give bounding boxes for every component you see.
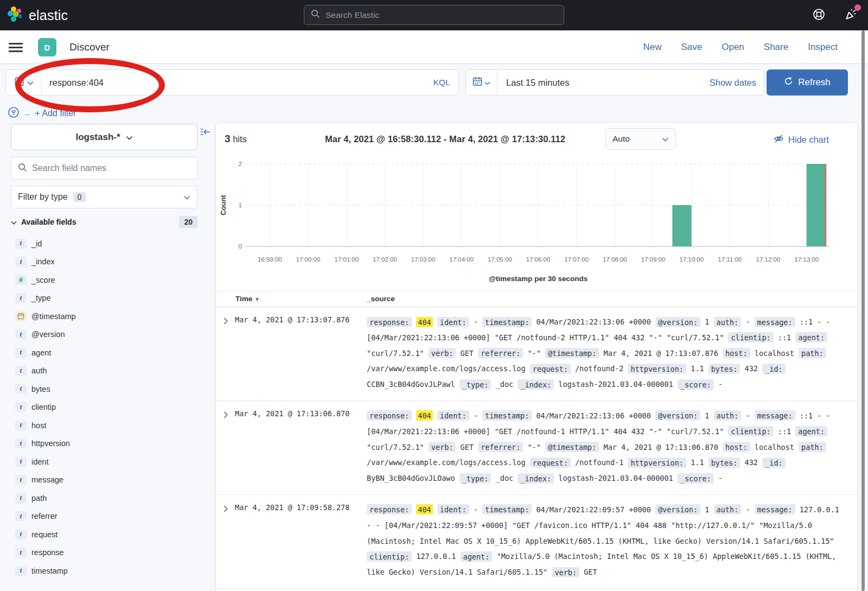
refresh-button[interactable]: Refresh: [767, 69, 848, 96]
svg-text:17:11:00: 17:11:00: [718, 256, 742, 263]
svg-text:16:59:00: 16:59:00: [258, 256, 282, 263]
query-language-button[interactable]: KQL: [425, 78, 458, 87]
documents-table: Time ▼ _source Mar 4, 2021 @ 17:13:07.87…: [216, 291, 858, 589]
field-type-string-icon: t: [15, 530, 27, 539]
field-type-number-icon: #: [15, 275, 27, 285]
field-item-clientip[interactable]: tclientip: [11, 398, 197, 417]
table-row: Mar 4, 2021 @ 17:13:07.876response: 404 …: [216, 307, 858, 401]
field-item-_index[interactable]: t_index: [11, 253, 197, 271]
field-name-badge: path:: [799, 348, 826, 358]
field-item-path[interactable]: tpath: [11, 489, 197, 507]
field-item-bytes[interactable]: tbytes: [11, 380, 197, 398]
newsfeed-icon[interactable]: [844, 7, 858, 23]
page-title: Discover: [69, 41, 110, 53]
page-body: response:404 KQL Last 15 minutes Show da…: [0, 64, 868, 591]
index-pattern-label: logstash-*: [75, 132, 120, 143]
field-type-string-icon: t: [15, 457, 27, 467]
field-list: t_idt_index#_scoret_type@timestampt@vers…: [11, 234, 197, 580]
field-name-badge: response:: [367, 317, 412, 327]
field-item-_score[interactable]: #_score: [11, 271, 197, 289]
query-bar: response:404 KQL: [5, 69, 459, 96]
chevron-down-icon: [27, 78, 34, 87]
field-name-badge: ident:: [437, 504, 469, 514]
field-name: timestamp: [31, 567, 68, 575]
field-item-ident[interactable]: tident: [11, 453, 197, 471]
histogram-chart[interactable]: 01216:59:0017:00:0017:01:0017:02:0017:03…: [216, 157, 858, 291]
expand-row-icon[interactable]: [222, 411, 229, 421]
filter-by-type-select[interactable]: Filter by type 0: [11, 186, 197, 208]
field-item-@timestamp[interactable]: @timestamp: [11, 307, 197, 326]
discover-app-badge[interactable]: D: [38, 38, 56, 56]
field-item-request[interactable]: trequest: [11, 525, 197, 544]
menu-icon[interactable]: [9, 43, 23, 52]
menu-new-button[interactable]: New: [643, 42, 661, 53]
field-type-string-icon: t: [15, 548, 27, 557]
field-name: response: [31, 548, 64, 557]
available-fields-header[interactable]: Available fields 20: [11, 216, 197, 228]
calendar-menu-button[interactable]: [466, 70, 497, 95]
global-search-input[interactable]: Search Elastic: [304, 5, 564, 25]
field-name-badge: _id:: [762, 364, 786, 374]
global-search-placeholder: Search Elastic: [326, 10, 379, 20]
field-item-referrer[interactable]: treferrer: [11, 507, 197, 526]
available-fields-count: 20: [179, 216, 197, 228]
hide-chart-button[interactable]: Hide chart: [774, 134, 829, 146]
field-name-badge: bytes:: [709, 457, 741, 468]
svg-text:17:08:00: 17:08:00: [603, 256, 627, 263]
field-name-badge: ident:: [437, 317, 469, 327]
interval-value: Auto: [612, 134, 630, 144]
svg-text:17:06:00: 17:06:00: [526, 256, 551, 263]
menu-share-button[interactable]: Share: [764, 42, 788, 53]
field-name-badge: auth:: [714, 317, 742, 327]
brand-name[interactable]: elastic: [29, 8, 68, 23]
field-name-badge: _index:: [518, 379, 554, 390]
sort-descending-icon: ▼: [254, 296, 260, 302]
menu-inspect-button[interactable]: Inspect: [808, 42, 838, 53]
app-header-bar: D Discover NewSaveOpenShareInspect: [0, 30, 868, 64]
expand-row-icon[interactable]: [222, 317, 229, 327]
field-name: request: [31, 530, 58, 539]
field-item-auth[interactable]: tauth: [11, 362, 197, 380]
interval-select[interactable]: Auto: [605, 128, 676, 150]
field-type-string-icon: t: [15, 329, 27, 339]
field-name-badge: @timestamp:: [545, 442, 599, 452]
svg-text:17:07:00: 17:07:00: [564, 256, 589, 263]
expand-row-icon[interactable]: [222, 505, 229, 514]
svg-text:17:03:00: 17:03:00: [411, 256, 436, 263]
search-icon: [311, 9, 320, 21]
field-search-input[interactable]: Search field names: [11, 157, 197, 180]
menu-open-button[interactable]: Open: [722, 42, 744, 53]
field-item-host[interactable]: thost: [11, 416, 197, 435]
highlighted-value: 404: [416, 410, 432, 421]
field-item-@version[interactable]: t@version: [11, 326, 197, 344]
chevron-down-icon: [484, 78, 490, 87]
field-item-httpversion[interactable]: thttpversion: [11, 435, 197, 453]
add-filter-button[interactable]: + Add filter: [35, 109, 76, 118]
filter-icon[interactable]: [8, 106, 20, 120]
field-name: agent: [31, 348, 51, 357]
index-pattern-select[interactable]: logstash-*: [11, 124, 197, 150]
field-name-badge: request:: [530, 364, 571, 374]
field-name-badge: path:: [799, 442, 826, 452]
page-scrollbar[interactable]: [861, 30, 865, 591]
field-item-response[interactable]: tresponse: [11, 544, 197, 562]
help-icon[interactable]: [812, 8, 826, 23]
show-dates-button[interactable]: Show dates: [710, 78, 756, 88]
column-header-source[interactable]: _source: [367, 295, 395, 303]
menu-save-button[interactable]: Save: [681, 42, 702, 53]
field-item-message[interactable]: tmessage: [11, 471, 197, 490]
field-item-_id[interactable]: t_id: [11, 234, 197, 253]
collapse-sidebar-icon[interactable]: [200, 127, 210, 139]
elastic-logo[interactable]: [7, 5, 24, 25]
field-item-timestamp[interactable]: ttimestamp: [11, 562, 197, 580]
field-item-_type[interactable]: t_type: [11, 289, 197, 308]
column-header-time[interactable]: Time ▼: [235, 295, 260, 303]
time-range-value[interactable]: Last 15 minutes: [497, 78, 710, 88]
date-picker: Last 15 minutes Show dates: [465, 69, 764, 96]
field-type-string-icon: t: [15, 475, 27, 485]
saved-query-menu-button[interactable]: [6, 70, 42, 95]
query-input[interactable]: response:404: [42, 78, 425, 88]
field-item-agent[interactable]: tagent: [11, 344, 197, 362]
field-name-badge: httpversion:: [628, 457, 686, 468]
hide-chart-label: Hide chart: [788, 135, 829, 145]
